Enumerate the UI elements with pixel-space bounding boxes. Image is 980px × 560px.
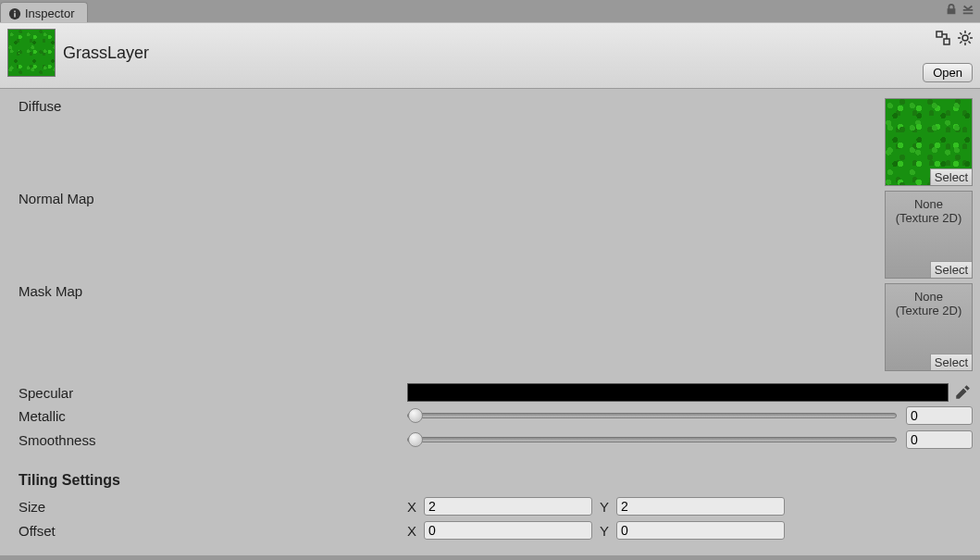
diffuse-select-button[interactable]: Select [930, 168, 972, 185]
specular-label: Specular [19, 385, 407, 401]
property-diffuse: Diffuse Select [19, 98, 973, 189]
offset-x-field[interactable] [424, 521, 592, 540]
property-size: Size X Y [19, 494, 973, 518]
normal-none-text: None [914, 197, 943, 211]
smoothness-value-field[interactable] [906, 430, 973, 449]
metallic-label: Metallic [19, 408, 407, 424]
svg-rect-3 [963, 9, 974, 11]
svg-point-7 [962, 35, 968, 41]
normal-texture-slot[interactable]: None (Texture 2D) Select [885, 191, 973, 279]
offset-label: Offset [19, 523, 407, 539]
mask-label: Mask Map [19, 283, 407, 374]
svg-rect-1 [14, 13, 16, 17]
tab-title: Inspector [25, 6, 74, 20]
svg-rect-5 [937, 31, 942, 37]
svg-rect-6 [944, 39, 949, 44]
property-specular: Specular [19, 381, 973, 404]
size-x-field[interactable] [424, 497, 592, 516]
property-normal-map: Normal Map None (Texture 2D) Select [19, 191, 973, 281]
gear-icon[interactable] [958, 31, 973, 45]
property-metallic: Metallic [19, 404, 973, 428]
offset-x-label: X [407, 523, 424, 539]
diffuse-label: Diffuse [19, 98, 407, 189]
context-menu-icon[interactable] [961, 3, 974, 16]
smoothness-label: Smoothness [19, 432, 407, 448]
svg-line-15 [969, 32, 971, 34]
asset-thumbnail[interactable] [7, 29, 56, 77]
metallic-slider[interactable] [407, 413, 897, 418]
offset-y-field[interactable] [616, 521, 785, 540]
prefab-icon[interactable] [936, 31, 950, 45]
normal-select-button[interactable]: Select [930, 261, 972, 278]
smoothness-slider-thumb[interactable] [408, 432, 423, 447]
property-smoothness: Smoothness [19, 428, 973, 452]
metallic-value-field[interactable] [906, 406, 973, 425]
inspector-body: Diffuse Select Normal Map None (Texture … [0, 89, 980, 555]
size-y-label: Y [600, 499, 616, 515]
smoothness-slider[interactable] [407, 437, 897, 442]
specular-color-field[interactable] [407, 383, 949, 402]
property-offset: Offset X Y [19, 518, 973, 542]
tab-bar: Inspector [0, 0, 980, 22]
svg-line-13 [969, 42, 971, 44]
mask-select-button[interactable]: Select [930, 354, 972, 370]
size-y-field[interactable] [616, 497, 785, 516]
normal-type-text: (Texture 2D) [896, 211, 962, 225]
svg-line-14 [960, 42, 961, 44]
mask-none-text: None [914, 290, 943, 304]
info-icon [8, 7, 21, 20]
open-button[interactable]: Open [923, 63, 973, 82]
lock-icon[interactable] [945, 3, 958, 16]
size-label: Size [19, 499, 407, 515]
diffuse-texture-slot[interactable]: Select [885, 98, 973, 186]
asset-name: GrassLayer [63, 44, 149, 63]
tab-inspector[interactable]: Inspector [0, 2, 88, 22]
mask-texture-slot[interactable]: None (Texture 2D) Select [885, 283, 973, 371]
mask-type-text: (Texture 2D) [896, 304, 962, 317]
asset-header: GrassLayer Open [0, 22, 980, 89]
svg-line-12 [960, 32, 961, 34]
size-x-label: X [407, 499, 424, 515]
tiling-settings-header: Tiling Settings [19, 472, 973, 489]
eyedropper-icon[interactable] [952, 384, 973, 401]
metallic-slider-thumb[interactable] [408, 408, 423, 423]
property-mask-map: Mask Map None (Texture 2D) Select [19, 283, 973, 374]
svg-rect-2 [14, 10, 16, 12]
normal-label: Normal Map [19, 191, 407, 281]
svg-rect-4 [963, 13, 974, 15]
offset-y-label: Y [600, 523, 616, 539]
